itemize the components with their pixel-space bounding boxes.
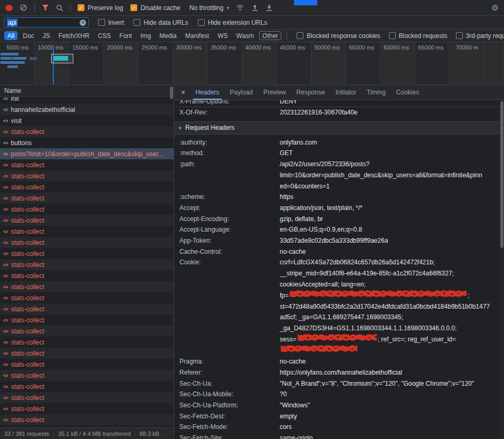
request-row[interactable]: <>stats-collect [0,226,174,237]
request-row[interactable]: <>stats-collect [0,348,174,359]
record-button[interactable] [5,5,13,11]
request-row[interactable]: <>stats-collect [0,370,174,381]
scrollbar-thumb[interactable] [170,87,173,99]
network-summary-bar: 33 / 381 requests 35.1 kB / 4.4 MB trans… [0,427,174,439]
request-row[interactable]: <>stats-collect [0,182,174,193]
checkbox-label: Disable cache [140,4,180,12]
timeline-overview[interactable]: 5000 ms10000 ms15000 ms20000 ms25000 ms3… [0,42,504,85]
request-row[interactable]: <>stats-collect [0,414,174,425]
header-value-text: ; ref_src=; reg_ref_user_id= [378,336,456,343]
tab-cookies[interactable]: Cookies [391,85,424,100]
request-row[interactable]: <>stats-collect [0,337,174,348]
request-row[interactable]: <>stats-collect [0,326,174,337]
clear-network-log-icon[interactable] [20,4,27,12]
tab-timing[interactable]: Timing [362,85,391,100]
request-row[interactable]: <>stats-collect [0,381,174,392]
toolbar-disable-cache-checkbox[interactable]: ✓Disable cache [130,4,180,12]
filter-pill-doc[interactable]: Doc [20,31,37,40]
clear-filter-icon[interactable]: × [80,20,86,26]
filter-input[interactable]: api × [4,17,89,27]
scrollbar-thumb[interactable] [500,101,503,248]
request-row[interactable]: <>stats-collect [0,126,174,137]
checkbox-box [456,32,463,39]
request-row-selected[interactable]: <>posts?limit=10&order=publish_date_desc… [0,148,174,159]
request-row[interactable]: <>stats-collect [0,170,174,182]
header-row: Accept-Encoding:gzip, deflate, br [174,214,500,225]
request-name: init [11,97,19,102]
request-row[interactable]: <>stats-collect [0,159,174,170]
file-type-icon: <> [3,417,8,423]
request-list-scrollbar[interactable] [169,86,174,426]
tab-payload[interactable]: Payload [225,85,258,100]
close-icon[interactable]: × [174,85,190,100]
header-value-line: sess=; ref_src=; reg_ref_user_id= [280,334,493,356]
request-row[interactable]: <>stats-collect [0,292,174,303]
header-row: :method:GET [174,148,500,159]
header-value: 202312261916-30670fa40e [280,107,500,118]
request-row[interactable]: <>stats-collect [0,392,174,403]
header-value: "Not_A Brand";v="8", "Chromium";v="120",… [280,378,500,389]
request-row[interactable]: <>hannahelizabethofficial [0,104,174,115]
request-row[interactable]: <>stats-collect [0,237,174,248]
typefilter-3rd-party-requests-checkbox[interactable]: 3rd-party requests [456,32,504,40]
tab-initiator[interactable]: Initiator [330,85,362,100]
waterfall-bar [13,57,26,60]
filter-pill-js[interactable]: JS [40,31,53,40]
filter-hide-extension-urls-checkbox[interactable]: Hide extension URLs [198,19,268,26]
typefilter-blocked-response-cookies-checkbox[interactable]: Blocked response cookies [297,32,380,40]
timeline-label: 55000 ms [349,44,374,51]
divider [34,4,35,12]
request-row[interactable]: <>stats-collect [0,281,174,292]
import-har-icon[interactable] [265,4,273,12]
filter-pill-all[interactable]: All [4,31,17,40]
request-name: stats-collect [11,361,44,368]
details-scrollbar[interactable] [500,100,504,439]
timeline-column: 70000 m [450,42,484,84]
settings-gear-icon[interactable]: ⚙ [491,4,499,12]
typefilter-blocked-requests-checkbox[interactable]: Blocked requests [389,32,448,40]
export-har-icon[interactable] [251,4,259,12]
request-row[interactable]: <>stats-collect [0,248,174,259]
request-row[interactable]: <>stats-collect [0,193,174,204]
tab-preview[interactable]: Preview [258,85,291,100]
header-value: en-GB,en-US;q=0.9,en;q=0.8 [280,224,500,235]
waterfall-bar [7,65,18,68]
filter-invert-checkbox[interactable]: Invert [98,19,124,26]
search-icon[interactable] [56,4,63,12]
waterfall-bar [1,57,12,60]
request-row[interactable]: <>stats-collect [0,359,174,370]
request-row[interactable]: <>visit [0,115,174,126]
request-name: stats-collect [11,239,44,246]
network-conditions-icon[interactable] [236,4,244,12]
filter-pill-img[interactable]: Img [137,31,154,40]
name-column-header[interactable]: Name [0,85,174,97]
request-row[interactable]: <>buttons [0,137,174,148]
request-row[interactable]: <>stats-collect [0,403,174,414]
request-row[interactable]: <>stats-collect [0,314,174,326]
request-row[interactable]: <>stats-collect [0,303,174,314]
header-name: Sec-Ch-Ua-Mobile: [179,389,280,400]
tab-response[interactable]: Response [291,85,330,100]
header-value: ?0 [280,389,500,400]
filter-pill-css[interactable]: CSS [94,31,114,40]
request-row[interactable]: <>stats-collect [0,259,174,270]
filter-pill-manifest[interactable]: Manifest [182,31,212,40]
request-row[interactable]: <>stats-collect [0,270,174,281]
filter-pill-fetch-xhr[interactable]: Fetch/XHR [55,31,93,40]
filter-pill-other[interactable]: Other [259,31,281,40]
filter-pill-wasm[interactable]: Wasm [233,31,258,40]
filter-icon[interactable] [42,4,49,12]
filter-pill-font[interactable]: Font [116,31,135,40]
tab-headers[interactable]: Headers [190,85,224,100]
file-type-icon: <> [3,307,8,312]
request-row[interactable]: <>stats-collect [0,215,174,226]
request-row[interactable]: <>init [0,97,174,104]
filter-pill-ws[interactable]: WS [214,31,231,40]
toolbar-preserve-log-checkbox[interactable]: ✓Preserve log [78,4,123,12]
request-headers-section[interactable]: ▾ Request Headers [174,121,500,135]
filter-pill-media[interactable]: Media [156,31,180,40]
throttling-dropdown[interactable]: No throttling ▾ [189,4,229,12]
header-value-text: ; [468,292,469,299]
request-row[interactable]: <>stats-collect [0,204,174,215]
filter-hide-data-urls-checkbox[interactable]: Hide data URLs [134,19,188,26]
